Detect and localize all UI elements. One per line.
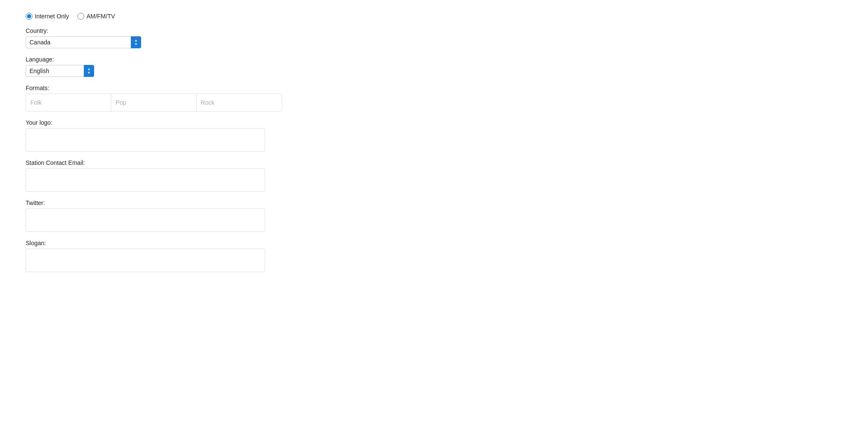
email-input[interactable]	[26, 168, 265, 192]
twitter-label: Twitter:	[26, 199, 282, 206]
language-label: Language:	[26, 56, 282, 63]
language-select-wrapper: English French Spanish German ▲ ▼	[26, 65, 94, 77]
formats-field-group: Formats: Folk Pop Rock	[26, 85, 282, 111]
language-select[interactable]: English French Spanish German	[26, 65, 94, 77]
country-label: Country:	[26, 27, 282, 34]
language-field-group: Language: English French Spanish German …	[26, 56, 282, 77]
logo-input[interactable]	[26, 128, 265, 152]
internet-only-radio[interactable]	[26, 13, 32, 20]
email-label: Station Contact Email:	[26, 159, 282, 166]
formats-grid: Folk Pop Rock	[26, 94, 282, 111]
broadcast-type-radio-group: Internet Only AM/FM/TV	[26, 13, 282, 20]
slogan-field-group: Slogan:	[26, 240, 282, 272]
formats-label: Formats:	[26, 85, 282, 91]
country-select[interactable]: Canada United States United Kingdom Aust…	[26, 36, 141, 48]
internet-only-option[interactable]: Internet Only	[26, 13, 69, 20]
slogan-label: Slogan:	[26, 240, 282, 246]
internet-only-label: Internet Only	[35, 13, 69, 20]
amfmtv-label: AM/FM/TV	[86, 13, 115, 20]
country-select-wrapper: Canada United States United Kingdom Aust…	[26, 36, 141, 48]
twitter-input[interactable]	[26, 208, 265, 232]
format-rock: Rock	[197, 94, 282, 111]
logo-field-group: Your logo:	[26, 119, 282, 152]
format-pop: Pop	[111, 94, 196, 111]
form-container: Internet Only AM/FM/TV Country: Canada U…	[26, 9, 282, 272]
format-folk: Folk	[26, 94, 111, 111]
logo-label: Your logo:	[26, 119, 282, 126]
amfmtv-option[interactable]: AM/FM/TV	[77, 13, 115, 20]
amfmtv-radio[interactable]	[77, 13, 84, 20]
country-field-group: Country: Canada United States United Kin…	[26, 27, 282, 48]
slogan-input[interactable]	[26, 249, 265, 272]
email-field-group: Station Contact Email:	[26, 159, 282, 192]
twitter-field-group: Twitter:	[26, 199, 282, 232]
